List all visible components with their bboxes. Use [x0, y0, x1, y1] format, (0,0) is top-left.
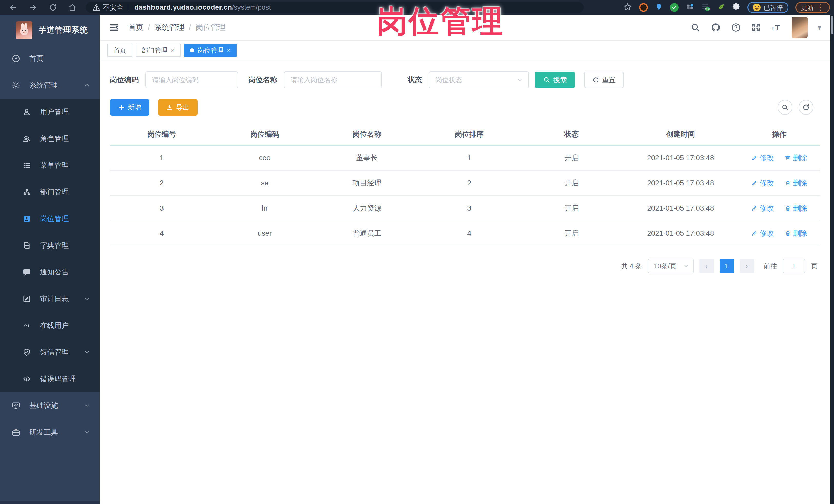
column-header: 岗位编码	[214, 123, 316, 145]
profile-paused-badge[interactable]: 已暂停	[747, 2, 788, 13]
github-icon[interactable]	[710, 22, 721, 32]
tab-home[interactable]: 首页	[107, 44, 132, 57]
extension-puzzle-icon[interactable]	[732, 3, 740, 12]
goto-label: 前往	[764, 262, 777, 270]
sidebar-item-error-codes[interactable]: 错误码管理	[0, 366, 100, 392]
post-badge-icon	[22, 215, 32, 223]
sidebar-item-audit-log[interactable]: 审计日志	[0, 285, 100, 312]
search-icon	[543, 76, 550, 84]
cell-post-status: 开启	[520, 196, 622, 221]
pencil-icon	[751, 155, 758, 161]
sidebar-item-label: 字典管理	[40, 241, 69, 250]
avatar-caret-icon[interactable]: ▾	[818, 24, 821, 31]
status-select-input[interactable]	[429, 71, 529, 88]
sidebar-item-system[interactable]: 系统管理	[0, 72, 100, 98]
toggle-search-button[interactable]	[777, 100, 792, 115]
tab-post[interactable]: 岗位管理 ×	[184, 44, 237, 57]
reset-button[interactable]: 重置	[584, 72, 624, 88]
sidebar-menu: 首页 系统管理 用户管理 角色管理 菜单管理 部门管理	[0, 45, 100, 446]
app-logo	[16, 21, 32, 39]
scrollbar-thumb[interactable]	[831, 16, 833, 34]
monitor-icon	[11, 401, 21, 410]
user-avatar[interactable]	[792, 17, 808, 38]
hamburger-icon[interactable]	[109, 22, 119, 32]
sidebar-item-sms[interactable]: 短信管理	[0, 339, 100, 366]
profile-emoji-icon	[753, 4, 761, 11]
extension-leaf-icon[interactable]	[717, 3, 725, 12]
sidebar-item-users[interactable]: 用户管理	[0, 98, 100, 125]
edit-link[interactable]: 修改	[751, 153, 774, 163]
delete-link[interactable]: 删除	[785, 153, 807, 163]
page-scrollbar[interactable]	[830, 15, 834, 504]
export-button-label: 导出	[176, 103, 190, 112]
sidebar-item-posts[interactable]: 岗位管理	[0, 205, 100, 232]
next-page-button[interactable]: ›	[740, 259, 754, 273]
sidebar-item-depts[interactable]: 部门管理	[0, 179, 100, 205]
sidebar-item-label: 菜单管理	[40, 160, 69, 170]
table-row: 3 hr 人力资源 3 开启 2021-01-05 17:03:48 修改 删除	[110, 196, 820, 221]
fullscreen-icon[interactable]	[751, 23, 761, 32]
sidebar-item-dict[interactable]: 字典管理	[0, 232, 100, 259]
delete-link[interactable]: 删除	[785, 228, 807, 238]
browser-back-icon[interactable]	[9, 3, 18, 12]
extension-pin-icon[interactable]	[655, 3, 663, 12]
delete-link[interactable]: 删除	[785, 203, 807, 213]
dept-tree-icon	[22, 188, 32, 196]
browser-update-button[interactable]: 更新 ⋮	[795, 2, 830, 13]
browser-reload-icon[interactable]	[49, 3, 57, 12]
sidebar-item-menus[interactable]: 菜单管理	[0, 152, 100, 179]
address-bar[interactable]: 不安全 dashboard.yudao.iocoder.cn/system/po…	[86, 2, 584, 13]
sidebar-item-dev-tools[interactable]: 研发工具	[0, 419, 100, 446]
sidebar-item-notices[interactable]: 通知公告	[0, 259, 100, 285]
delete-link[interactable]: 删除	[785, 178, 807, 188]
tab-label: 岗位管理	[198, 46, 223, 55]
font-size-icon[interactable]: TT	[771, 23, 782, 32]
header-search-icon[interactable]	[690, 23, 700, 32]
extension-badge-icon[interactable]: CRX	[701, 3, 710, 12]
trash-icon	[785, 205, 791, 211]
edit-link[interactable]: 修改	[751, 228, 774, 238]
sidebar-item-roles[interactable]: 角色管理	[0, 125, 100, 152]
page-number-1[interactable]: 1	[720, 259, 734, 273]
add-button[interactable]: 新增	[110, 99, 149, 115]
post-name-input[interactable]	[284, 71, 382, 88]
edit-link[interactable]: 修改	[751, 178, 774, 188]
security-warning[interactable]: 不安全	[92, 3, 124, 12]
extension-check-icon[interactable]	[670, 3, 679, 12]
shield-icon	[22, 348, 32, 356]
bookmark-star-icon[interactable]	[623, 3, 632, 12]
extension-orange-icon[interactable]	[639, 3, 648, 12]
cell-post-name: 人力资源	[316, 196, 418, 221]
cell-post-id: 2	[110, 171, 214, 196]
sidebar-item-infrastructure[interactable]: 基础设施	[0, 392, 100, 419]
refresh-icon	[803, 104, 810, 111]
tab-close-icon[interactable]: ×	[227, 47, 231, 54]
cell-post-status: 开启	[520, 145, 622, 171]
tab-dept[interactable]: 部门管理 ×	[135, 44, 181, 57]
page-size-select[interactable]: 10条/页	[648, 259, 694, 273]
breadcrumb-system[interactable]: 系统管理	[155, 22, 184, 32]
status-select[interactable]	[429, 71, 529, 88]
cell-created-time: 2021-01-05 17:03:48	[623, 221, 739, 246]
help-icon[interactable]	[731, 23, 741, 32]
search-button[interactable]: 搜索	[535, 72, 575, 88]
sidebar: 芋道管理系统 首页 系统管理 用户管理 角色管理 菜单管理	[0, 15, 100, 504]
trash-icon	[785, 180, 791, 186]
sidebar-item-home[interactable]: 首页	[0, 45, 100, 72]
app-logo-row[interactable]: 芋道管理系统	[0, 15, 100, 45]
tab-close-icon[interactable]: ×	[171, 47, 175, 54]
edit-link[interactable]: 修改	[751, 203, 774, 213]
browser-forward-icon[interactable]	[29, 3, 38, 12]
extension-grid-icon[interactable]	[686, 3, 694, 12]
cell-post-code: ceo	[214, 145, 316, 171]
breadcrumb-home[interactable]: 首页	[128, 22, 143, 32]
table-header-row: 岗位编号 岗位编码 岗位名称 岗位排序 状态 创建时间 操作	[110, 123, 820, 145]
export-button[interactable]: 导出	[158, 99, 198, 115]
browser-menu-kebab-icon[interactable]: ⋮	[817, 6, 825, 9]
refresh-table-button[interactable]	[798, 100, 813, 115]
prev-page-button[interactable]: ‹	[700, 259, 714, 273]
goto-page-input[interactable]	[783, 259, 805, 273]
post-code-input[interactable]	[145, 71, 238, 88]
browser-home-icon[interactable]	[68, 3, 76, 12]
sidebar-item-online-users[interactable]: 在线用户	[0, 312, 100, 339]
